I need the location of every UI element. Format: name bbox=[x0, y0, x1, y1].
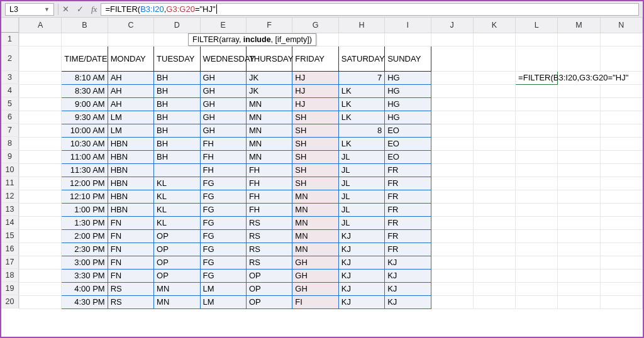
cell[interactable]: 4:00 PM bbox=[62, 282, 108, 295]
cell[interactable] bbox=[558, 229, 600, 243]
cell[interactable] bbox=[516, 163, 558, 177]
col-header-L[interactable]: L bbox=[516, 18, 558, 33]
cell[interactable]: KJ bbox=[338, 295, 384, 308]
cell[interactable]: FG bbox=[200, 229, 246, 243]
cell[interactable]: LK bbox=[338, 137, 384, 150]
cell[interactable] bbox=[385, 33, 431, 46]
cell[interactable]: GH bbox=[200, 84, 246, 97]
col-header-J[interactable]: J bbox=[431, 18, 473, 33]
cell[interactable] bbox=[473, 124, 515, 137]
cell[interactable]: HG bbox=[385, 84, 431, 97]
cell[interactable] bbox=[558, 84, 600, 97]
cell[interactable]: FR bbox=[385, 163, 431, 177]
cell[interactable]: KJ bbox=[338, 229, 384, 243]
cell[interactable]: KJ bbox=[385, 282, 431, 295]
cell[interactable]: KL bbox=[154, 203, 200, 216]
cell[interactable]: AH bbox=[108, 84, 153, 97]
cell[interactable]: RS bbox=[108, 282, 153, 295]
cell[interactable] bbox=[473, 137, 515, 150]
cell[interactable] bbox=[516, 150, 558, 163]
cell[interactable] bbox=[19, 111, 62, 124]
cell[interactable] bbox=[431, 282, 473, 295]
col-header-C[interactable]: C bbox=[108, 18, 153, 33]
cell[interactable]: HBN bbox=[108, 203, 153, 216]
cell[interactable]: FN bbox=[108, 243, 153, 256]
cell[interactable] bbox=[516, 124, 558, 137]
cell[interactable] bbox=[473, 229, 515, 243]
cell[interactable]: KL bbox=[154, 177, 200, 190]
cell[interactable]: BH bbox=[154, 137, 200, 150]
cell[interactable]: JL bbox=[338, 203, 384, 216]
cell[interactable] bbox=[473, 295, 515, 308]
cell[interactable] bbox=[516, 111, 558, 124]
cell[interactable]: SUNDAY bbox=[385, 46, 431, 71]
name-box[interactable]: L3 ▼ bbox=[5, 3, 54, 16]
cell[interactable] bbox=[19, 97, 62, 111]
cell[interactable]: FR bbox=[385, 177, 431, 190]
spreadsheet-grid[interactable]: ABCDEFGHIJKLMN TIME/DATEMONDAYTUESDAYWED… bbox=[19, 18, 643, 309]
cell[interactable]: LK bbox=[338, 97, 384, 111]
cell[interactable] bbox=[338, 33, 384, 46]
cell[interactable]: THURSDAY bbox=[246, 46, 292, 71]
cell[interactable]: TUESDAY bbox=[154, 46, 200, 71]
cell[interactable]: 4:30 PM bbox=[62, 295, 108, 308]
cell[interactable] bbox=[62, 33, 108, 46]
cell[interactable]: SH bbox=[292, 111, 338, 124]
cell[interactable] bbox=[19, 216, 62, 229]
cell[interactable]: BH bbox=[154, 71, 200, 84]
cell[interactable]: MN bbox=[292, 203, 338, 216]
cell[interactable]: MN bbox=[154, 282, 200, 295]
cell[interactable]: FRIDAY bbox=[292, 46, 338, 71]
cell[interactable]: MN bbox=[292, 216, 338, 229]
cell[interactable]: FR bbox=[385, 203, 431, 216]
cell[interactable]: HBN bbox=[108, 177, 153, 190]
cell[interactable]: 3:00 PM bbox=[62, 256, 108, 269]
cell[interactable]: GH bbox=[292, 256, 338, 269]
cell[interactable]: HG bbox=[385, 71, 431, 84]
cell[interactable] bbox=[558, 177, 600, 190]
cell[interactable] bbox=[558, 243, 600, 256]
row-header-4[interactable]: 4 bbox=[1, 84, 19, 97]
cell[interactable] bbox=[516, 243, 558, 256]
cell[interactable] bbox=[19, 71, 62, 84]
cell[interactable]: FR bbox=[385, 190, 431, 203]
cell[interactable]: HBN bbox=[108, 190, 153, 203]
cell[interactable]: FR bbox=[385, 216, 431, 229]
cell[interactable]: OP bbox=[246, 295, 292, 308]
cell[interactable] bbox=[431, 33, 473, 46]
cell[interactable]: BH bbox=[154, 111, 200, 124]
cell[interactable]: SH bbox=[292, 177, 338, 190]
cell[interactable]: 2:00 PM bbox=[62, 229, 108, 243]
cell[interactable] bbox=[19, 282, 62, 295]
cell[interactable]: 8:30 AM bbox=[62, 84, 108, 97]
cell[interactable]: EO bbox=[385, 150, 431, 163]
cell[interactable] bbox=[19, 269, 62, 282]
cell[interactable] bbox=[600, 203, 642, 216]
cell[interactable]: GH bbox=[292, 269, 338, 282]
cell[interactable]: BH bbox=[154, 124, 200, 137]
cell[interactable] bbox=[558, 216, 600, 229]
cell[interactable] bbox=[431, 150, 473, 163]
cell[interactable]: RS bbox=[246, 256, 292, 269]
cell[interactable]: MN bbox=[246, 97, 292, 111]
cell[interactable] bbox=[600, 46, 642, 71]
cell[interactable] bbox=[19, 137, 62, 150]
cell[interactable] bbox=[431, 216, 473, 229]
cell[interactable] bbox=[473, 203, 515, 216]
cell[interactable]: KJ bbox=[338, 256, 384, 269]
col-header-F[interactable]: F bbox=[246, 18, 292, 33]
cell[interactable]: 11:30 AM bbox=[62, 163, 108, 177]
row-header-8[interactable]: 8 bbox=[1, 137, 19, 150]
cell[interactable]: FH bbox=[246, 177, 292, 190]
cell[interactable]: LK bbox=[338, 84, 384, 97]
cell[interactable] bbox=[558, 269, 600, 282]
cell[interactable] bbox=[558, 203, 600, 216]
cell[interactable] bbox=[431, 124, 473, 137]
cell[interactable] bbox=[600, 295, 642, 308]
cell[interactable]: 8 bbox=[338, 124, 384, 137]
cell[interactable] bbox=[431, 111, 473, 124]
cell[interactable] bbox=[558, 33, 600, 46]
cell[interactable]: KL bbox=[154, 190, 200, 203]
cell[interactable] bbox=[431, 137, 473, 150]
cell[interactable] bbox=[558, 163, 600, 177]
